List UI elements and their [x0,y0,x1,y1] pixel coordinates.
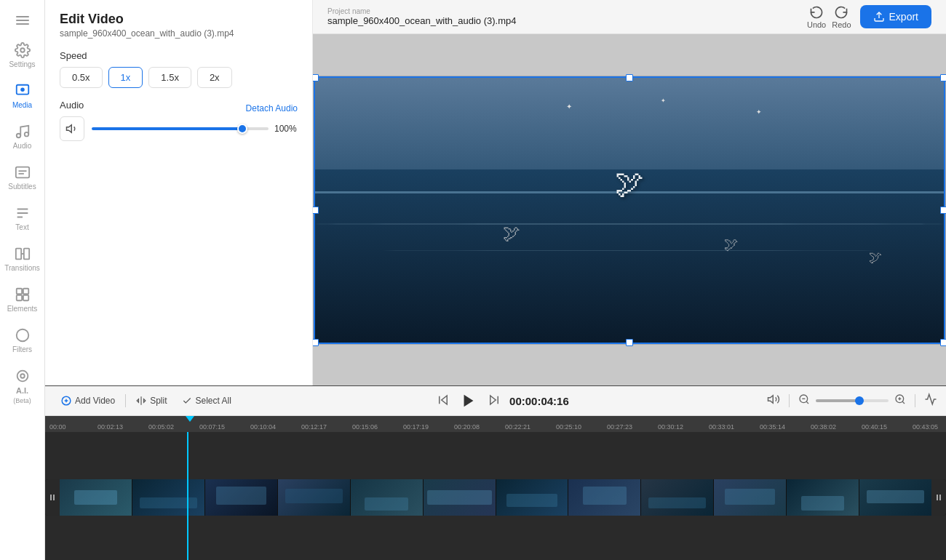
play-icon [461,393,477,409]
thumb-1 [60,479,132,516]
thumb-9 [641,479,713,516]
undo-redo-group: Undo Redo [807,4,851,29]
svg-marker-25 [464,395,474,407]
audio-header: Audio Detach Audio [60,100,298,116]
thumb-2 [132,479,204,516]
current-time: 00:00:04:16 [509,395,569,407]
zoom-in-icon [894,393,906,405]
thumb-4 [278,479,350,516]
skip-backward-icon [437,393,450,407]
volume-slider-container: 100% [92,124,298,134]
svg-point-3 [16,134,20,138]
svg-marker-17 [67,125,72,133]
sidebar-item-text[interactable]: Text [0,198,44,239]
speed-btn-1x[interactable]: 1x [108,67,143,88]
toolbar-divider-2 [789,394,790,407]
detach-audio-button[interactable]: Detach Audio [246,103,298,113]
timeline-center-controls: 00:00:04:16 [239,391,767,411]
volume-control[interactable] [767,393,780,409]
ruler-mark: 00:07:15 [199,423,225,431]
undo-icon [809,4,824,19]
sidebar-menu-toggle[interactable] [0,6,44,35]
zoom-slider[interactable] [816,399,889,402]
settings-icon [15,42,31,58]
ruler-mark: 00:02:13 [98,423,123,431]
timeline-right-controls [767,393,937,409]
speed-btn-2x[interactable]: 2x [197,67,232,88]
skip-forward-icon [488,393,501,407]
sidebar-item-ai[interactable]: A.I. (Beta) [0,361,44,412]
svg-marker-23 [442,396,448,404]
video-frame[interactable]: ✦ ✦ ✦ 🕊 🕊 🕊 🕊 [313,76,946,345]
ruler-mark: 00:38:02 [811,423,836,431]
thumb-7 [496,479,568,516]
transitions-icon [15,246,31,262]
volume-icon [65,122,79,135]
split-button[interactable]: Split [129,393,174,409]
svg-rect-37 [53,495,55,500]
text-icon [15,205,31,221]
filters-icon [15,327,31,343]
sidebar-item-subtitles[interactable]: Subtitles [0,157,44,198]
export-button[interactable]: Export [860,5,931,28]
video-track [45,479,946,516]
speed-btn-15x[interactable]: 1.5x [148,67,191,88]
pause-icon [48,493,57,502]
thumb-5 [351,479,423,516]
add-video-button[interactable]: Add Video [54,393,122,409]
sidebar-item-label: Filters [12,345,32,353]
ruler-mark: 00:05:02 [148,423,174,431]
svg-point-4 [24,132,28,137]
zoom-out-button[interactable] [798,393,810,408]
skip-forward-button[interactable] [488,393,501,409]
sidebar-item-audio[interactable]: Audio [0,116,44,157]
sidebar-item-filters[interactable]: Filters [0,320,44,361]
sidebar-item-elements[interactable]: Elements [0,279,44,320]
ruler-mark: 00:10:04 [250,423,276,431]
playhead[interactable] [187,432,188,560]
undo-button[interactable]: Undo [807,4,826,29]
project-name-value: sample_960x400_ocean_with_audio (3).mp4 [327,15,516,26]
select-all-button[interactable]: Select All [175,393,239,409]
redo-button[interactable]: Redo [832,4,851,29]
speed-buttons: 0.5x 1x 1.5x 2x [60,67,298,88]
volume-slider[interactable] [92,127,269,130]
play-button[interactable] [458,391,479,411]
ruler-mark: 00:22:21 [505,423,530,431]
ruler-mark: 00:00 [49,423,66,431]
svg-marker-26 [490,396,496,404]
audio-label: Audio [60,100,84,111]
pause-icon-right [934,493,943,502]
speed-btn-05x[interactable]: 0.5x [60,67,103,88]
sidebar-item-label: Settings [9,60,35,68]
timeline-ruler: 00:00 00:02:13 00:05:02 00:07:15 00:10:0… [45,416,946,432]
zoom-in-button[interactable] [894,393,906,408]
sidebar-item-settings[interactable]: Settings [0,35,44,76]
sidebar-item-label: Audio [13,142,32,150]
waveform-icon [924,393,937,406]
ruler-mark: 00:27:23 [607,423,632,431]
track-left-handle[interactable] [45,479,60,516]
track-row-video [45,476,946,519]
svg-line-30 [806,401,808,404]
thumb-8 [568,479,640,516]
svg-rect-39 [939,495,941,500]
sidebar-item-transitions[interactable]: Transitions [0,239,44,279]
thumb-6 [424,479,496,516]
sidebar-item-label: Subtitles [8,183,36,191]
sidebar-item-label: Elements [7,305,38,313]
svg-point-2 [20,87,25,92]
svg-point-16 [20,374,25,378]
skip-backward-button[interactable] [437,393,450,409]
track-right-handle[interactable] [931,479,946,516]
sidebar-item-media[interactable]: Media [0,76,44,116]
volume-button[interactable] [60,116,84,141]
preview-header: Project name sample_960x400_ocean_with_a… [313,0,946,34]
ai-icon [15,368,31,384]
svg-point-14 [16,329,28,342]
header-actions: Undo Redo Export [807,4,931,29]
ruler-mark: 00:33:01 [709,423,734,431]
thumb-10 [714,479,786,516]
waveform-button[interactable] [924,393,937,409]
elements-icon [15,287,31,303]
